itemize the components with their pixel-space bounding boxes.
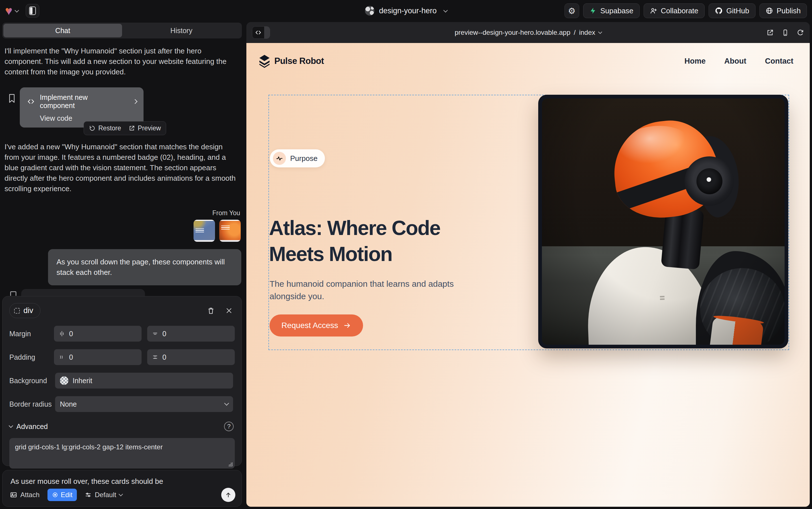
background-label: Background xyxy=(9,377,55,385)
top-bar: ♥ design-your-hero ⚙ Supabase Collaborat… xyxy=(0,0,812,22)
padding-y-input[interactable]: 0 xyxy=(147,349,235,365)
advanced-label: Advanced xyxy=(16,422,48,431)
attachment-thumbnails xyxy=(2,220,241,242)
sidebar-tabs: Chat History xyxy=(2,23,242,38)
model-selector[interactable]: Default xyxy=(85,491,122,499)
advanced-classes-textarea[interactable]: grid grid-cols-1 lg:grid-cols-2 gap-12 i… xyxy=(9,438,235,469)
nav-link-contact[interactable]: Contact xyxy=(765,57,793,66)
preview-button[interactable]: Preview xyxy=(128,125,161,132)
attach-button[interactable]: Attach xyxy=(10,491,40,499)
tab-chat[interactable]: Chat xyxy=(3,24,122,37)
refresh-icon[interactable] xyxy=(797,29,804,36)
url-divider: / xyxy=(574,29,576,36)
collaborate-button[interactable]: Collaborate xyxy=(643,3,705,18)
margin-y-icon xyxy=(152,331,158,337)
hero-subheadline: The humanoid companion that learns and a… xyxy=(269,278,467,303)
selected-element-pill[interactable]: div xyxy=(9,303,40,318)
close-icon[interactable] xyxy=(225,307,232,314)
settings-button[interactable]: ⚙ xyxy=(564,3,579,18)
purpose-badge: Purpose xyxy=(270,149,325,167)
layers-logo-icon xyxy=(259,54,270,68)
composer-input[interactable]: As user mouse roll over, these cards sho… xyxy=(10,477,234,486)
trash-icon[interactable] xyxy=(207,307,215,314)
nav-link-home[interactable]: Home xyxy=(685,57,706,66)
padding-x-icon xyxy=(59,354,65,360)
globe-icon xyxy=(365,6,374,15)
path-chevron-down-icon xyxy=(598,30,602,34)
site-canvas: Pulse Robot Home About Contact Purpose A… xyxy=(246,43,810,507)
dashed-selection-icon xyxy=(14,308,20,314)
select-chevron-down-icon xyxy=(224,401,229,406)
send-button[interactable] xyxy=(221,488,235,502)
smartphone-icon[interactable] xyxy=(782,29,789,36)
code-preview-toggle[interactable] xyxy=(252,26,270,39)
component-card-title: Implement new component xyxy=(40,93,124,110)
margin-x-icon xyxy=(59,331,65,337)
advanced-section-toggle[interactable]: Advanced ? xyxy=(9,421,235,431)
hero-robot-image-card xyxy=(538,95,788,348)
site-nav: Home About Contact xyxy=(685,57,793,66)
selected-element-tag: div xyxy=(24,306,33,315)
preview-pane: preview--design-your-hero.lovable.app / … xyxy=(246,22,810,507)
preview-url: preview--design-your-hero.lovable.app xyxy=(454,29,570,36)
github-icon xyxy=(715,7,723,15)
chat-sidebar: Chat History I'll implement the "Why Hum… xyxy=(2,22,242,507)
edit-target-icon xyxy=(52,492,58,498)
from-you-label: From You xyxy=(2,209,240,217)
restore-icon xyxy=(89,125,96,132)
request-access-button[interactable]: Request Access xyxy=(269,314,363,337)
tab-history[interactable]: History xyxy=(122,24,241,37)
app-window: ♥ design-your-hero ⚙ Supabase Collaborat… xyxy=(0,0,812,509)
component-card-row: Implement new component View code Restor… xyxy=(8,88,242,128)
open-external-button[interactable] xyxy=(766,29,774,36)
assistant-message-1: I'll implement the "Why Humanoid" sectio… xyxy=(4,46,238,77)
preview-url-bar[interactable]: preview--design-your-hero.lovable.app / … xyxy=(454,29,601,36)
github-button[interactable]: GitHub xyxy=(709,3,755,18)
model-chevron-down-icon xyxy=(119,492,123,497)
border-radius-select[interactable]: None xyxy=(55,396,233,412)
attachment-thumbnail-orange[interactable] xyxy=(219,220,241,242)
publish-globe-icon xyxy=(766,7,773,14)
default-sliders-icon xyxy=(85,491,91,498)
edit-mode-button[interactable]: Edit xyxy=(47,489,77,501)
margin-y-input[interactable]: 0 xyxy=(147,326,235,342)
project-name: design-your-hero xyxy=(379,6,437,15)
workspace-chevron-down-icon[interactable] xyxy=(15,8,19,12)
supabase-button[interactable]: Supabase xyxy=(583,3,640,18)
assistant-message-2: I've added a new "Why Humanoid" section … xyxy=(4,142,238,194)
bookmark-icon[interactable] xyxy=(8,94,16,103)
photo-vignette xyxy=(542,98,785,345)
github-label: GitHub xyxy=(726,6,749,15)
bookmark-icon-partial xyxy=(10,291,16,296)
arrow-right-icon xyxy=(343,321,351,330)
code-icon xyxy=(255,29,261,36)
background-input[interactable]: Inherit xyxy=(55,373,233,388)
sidebar-toggle-icon xyxy=(29,6,36,15)
chat-composer[interactable]: As user mouse roll over, these cards sho… xyxy=(2,470,242,507)
version-hover-actions: Restore Preview xyxy=(84,121,166,135)
restore-button[interactable]: Restore xyxy=(89,125,121,132)
help-icon[interactable]: ? xyxy=(224,421,234,431)
top-bar-actions: ⚙ Supabase Collaborate GitHub Publish xyxy=(564,3,807,18)
supabase-label: Supabase xyxy=(600,6,633,15)
lovable-heart-logo-icon[interactable]: ♥ xyxy=(5,4,12,17)
attachment-thumbnail-blue[interactable] xyxy=(193,220,215,242)
publish-button[interactable]: Publish xyxy=(760,3,807,18)
supabase-bolt-icon xyxy=(589,7,597,14)
resize-handle[interactable] xyxy=(229,462,232,466)
code-icon xyxy=(27,98,35,105)
site-brand[interactable]: Pulse Robot xyxy=(259,54,324,68)
sidebar-toggle-button[interactable] xyxy=(26,4,39,18)
project-switcher[interactable]: design-your-hero xyxy=(365,6,447,15)
border-radius-label: Border radius xyxy=(9,400,55,408)
margin-x-input[interactable]: 0 xyxy=(54,326,142,342)
padding-x-input[interactable]: 0 xyxy=(54,349,142,365)
robot-photo xyxy=(542,98,785,345)
publish-label: Publish xyxy=(777,6,801,15)
nav-link-about[interactable]: About xyxy=(725,57,746,66)
gear-icon: ⚙ xyxy=(568,6,576,16)
margin-label: Margin xyxy=(9,330,54,338)
padding-label: Padding xyxy=(9,353,54,362)
pulse-icon xyxy=(276,155,283,162)
site-brand-name: Pulse Robot xyxy=(274,56,324,66)
